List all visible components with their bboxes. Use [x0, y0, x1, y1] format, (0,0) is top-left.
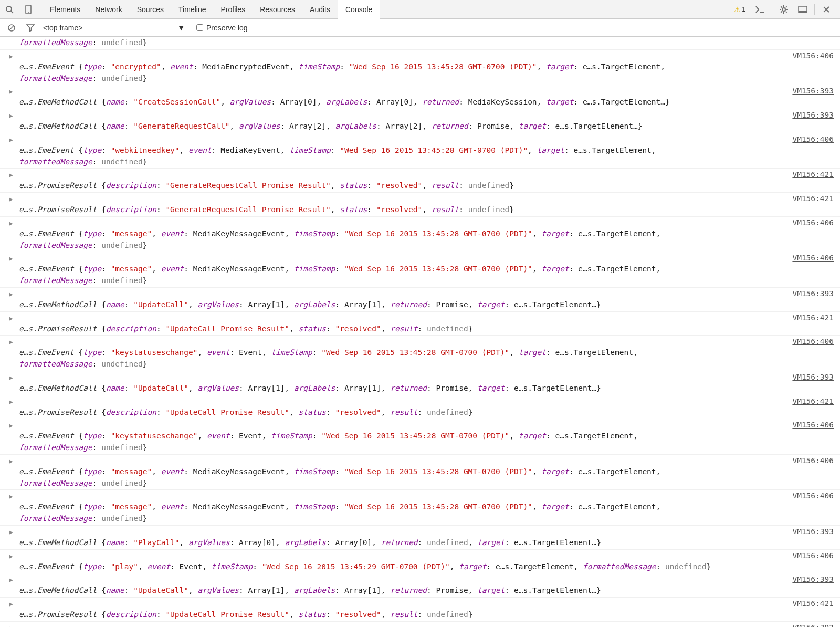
tab-resources[interactable]: Resources	[253, 0, 302, 19]
expand-arrow-icon[interactable]: ▶	[9, 422, 13, 431]
expand-arrow-icon[interactable]: ▶	[9, 53, 13, 61]
svg-point-3	[28, 12, 29, 13]
console-log-row: VM156:393▶e…s.EmeMethodCall {name: "Upda…	[0, 573, 840, 598]
expand-arrow-icon[interactable]: ▶	[9, 374, 13, 383]
log-source-link[interactable]: VM156:393	[792, 622, 834, 627]
console-log-row: VM156:393▶e…s.EmeMethodCall {name: "Play…	[0, 526, 840, 550]
log-source-link[interactable]: VM156:406	[792, 50, 834, 62]
console-log-row: VM156:393▶e…s.EmeMethodCall {name: "Upda…	[0, 371, 840, 395]
log-source-link[interactable]: VM156:406	[792, 420, 834, 431]
devtools-toolbar: ElementsNetworkSourcesTimelineProfilesRe…	[0, 0, 840, 19]
svg-rect-15	[799, 11, 807, 13]
filter-icon[interactable]	[24, 22, 37, 34]
log-source-link[interactable]: VM156:393	[792, 574, 834, 586]
expand-arrow-icon[interactable]: ▶	[9, 195, 13, 204]
expand-arrow-icon[interactable]: ▶	[9, 576, 13, 585]
expand-arrow-icon[interactable]: ▶	[9, 315, 13, 323]
log-source-link[interactable]: VM156:421	[792, 169, 834, 181]
inspect-icon[interactable]	[0, 0, 19, 19]
svg-point-0	[6, 6, 12, 12]
console-log-row: VM156:393▶e…s.EmeMethodCall {name: "Gene…	[0, 109, 840, 133]
tab-sources[interactable]: Sources	[130, 0, 171, 19]
settings-gear-icon[interactable]	[774, 0, 793, 19]
log-source-link[interactable]: VM156:421	[792, 312, 834, 324]
console-log-row: VM156:393▶e…s.EmeMethodCall {name: "Crea…	[0, 85, 840, 109]
svg-line-19	[9, 26, 14, 30]
expand-arrow-icon[interactable]: ▶	[9, 338, 13, 347]
console-log-row: VM156:406▶e…s.EmeEvent {type: "message",…	[0, 455, 840, 490]
console-log-row: VM156:406▶e…s.EmeEvent {type: "message",…	[0, 252, 840, 288]
expand-arrow-icon[interactable]: ▶	[9, 552, 13, 561]
svg-point-5	[782, 8, 785, 11]
console-log-row: VM156:406▶e…s.EmeEvent {type: "webkitnee…	[0, 133, 840, 169]
expand-arrow-icon[interactable]: ▶	[9, 112, 13, 121]
log-source-link[interactable]: VM156:406	[792, 217, 834, 229]
tab-network[interactable]: Network	[88, 0, 129, 19]
expand-arrow-icon[interactable]: ▶	[9, 398, 13, 407]
expand-arrow-icon[interactable]: ▶	[9, 528, 13, 537]
log-source-link[interactable]: VM156:406	[792, 134, 834, 145]
frame-selector-label: <top frame>	[43, 24, 83, 32]
log-source-link[interactable]: VM156:421	[792, 193, 834, 205]
log-source-link[interactable]: VM156:393	[792, 110, 834, 121]
console-log-row: VM156:393▶e…s.EmeMethodCall {name: "Upda…	[0, 622, 840, 627]
log-source-link[interactable]: VM156:393	[792, 86, 834, 97]
console-log-row: VM156:406▶e…s.EmeEvent {type: "message",…	[0, 217, 840, 253]
console-log-row: VM156:406▶e…s.EmeEvent {type: "play", ev…	[0, 550, 840, 574]
chevron-down-icon: ▼	[177, 24, 185, 32]
preserve-log-label: Preserve log	[206, 24, 248, 32]
log-source-link[interactable]: VM156:406	[792, 455, 834, 467]
expand-arrow-icon[interactable]: ▶	[9, 136, 13, 145]
tab-audits[interactable]: Audits	[302, 0, 338, 19]
log-source-link[interactable]: VM156:393	[792, 526, 834, 538]
console-log-row: VM156:421▶e…s.PromiseResult {description…	[0, 598, 840, 622]
console-log-row: VM156:406▶e…s.EmeEvent {type: "message",…	[0, 490, 840, 526]
tab-elements[interactable]: Elements	[43, 0, 88, 19]
expand-arrow-icon[interactable]: ▶	[9, 220, 13, 228]
log-source-link[interactable]: VM156:406	[792, 336, 834, 348]
log-source-link[interactable]: VM156:393	[792, 288, 834, 300]
console-log-row: VM156:421▶e…s.PromiseResult {description…	[0, 169, 840, 193]
console-log-row: formattedMessage: undefined}	[0, 37, 840, 50]
warning-icon: ⚠	[734, 5, 741, 14]
preserve-log-input[interactable]	[196, 24, 203, 31]
log-source-link[interactable]: VM156:406	[792, 550, 834, 562]
log-source-link[interactable]: VM156:421	[792, 598, 834, 610]
log-source-link[interactable]: VM156:421	[792, 396, 834, 407]
expand-arrow-icon[interactable]: ▶	[9, 457, 13, 466]
console-log-row: VM156:406▶e…s.EmeEvent {type: "encrypted…	[0, 50, 840, 86]
dock-side-icon[interactable]	[793, 0, 812, 19]
console-log-row: VM156:406▶e…s.EmeEvent {type: "keystatus…	[0, 336, 840, 371]
preserve-log-checkbox[interactable]: Preserve log	[196, 24, 248, 32]
log-source-link[interactable]: VM156:406	[792, 253, 834, 264]
svg-line-1	[11, 11, 13, 13]
console-subtoolbar: <top frame> ▼ Preserve log	[0, 19, 840, 37]
log-source-link[interactable]: VM156:406	[792, 490, 834, 502]
tab-console[interactable]: Console	[338, 0, 380, 19]
console-log-row: VM156:406▶e…s.EmeEvent {type: "keystatus…	[0, 419, 840, 455]
clear-console-icon[interactable]	[5, 22, 18, 34]
svg-line-11	[786, 11, 787, 12]
expand-arrow-icon[interactable]: ▶	[9, 290, 13, 299]
devtools-tabs: ElementsNetworkSourcesTimelineProfilesRe…	[43, 0, 380, 19]
console-output: formattedMessage: undefined}VM156:406▶e……	[0, 37, 840, 627]
expand-arrow-icon[interactable]: ▶	[9, 255, 13, 264]
frame-selector[interactable]: <top frame> ▼	[43, 24, 190, 32]
svg-line-10	[781, 6, 782, 7]
console-log-row: VM156:421▶e…s.PromiseResult {description…	[0, 193, 840, 217]
tab-profiles[interactable]: Profiles	[213, 0, 253, 19]
console-drawer-icon[interactable]	[751, 0, 770, 19]
expand-arrow-icon[interactable]: ▶	[9, 88, 13, 97]
log-source-link[interactable]: VM156:393	[792, 372, 834, 383]
expand-arrow-icon[interactable]: ▶	[9, 493, 13, 501]
device-mode-icon[interactable]	[19, 0, 38, 19]
expand-arrow-icon[interactable]: ▶	[9, 624, 13, 627]
console-log-row: VM156:393▶e…s.EmeMethodCall {name: "Upda…	[0, 288, 840, 312]
svg-line-13	[786, 6, 787, 7]
tab-timeline[interactable]: Timeline	[171, 0, 213, 19]
console-log-row: VM156:421▶e…s.PromiseResult {description…	[0, 395, 840, 420]
close-icon[interactable]	[817, 0, 836, 19]
expand-arrow-icon[interactable]: ▶	[9, 171, 13, 180]
expand-arrow-icon[interactable]: ▶	[9, 600, 13, 609]
warning-badge[interactable]: ⚠ 1	[734, 5, 746, 14]
